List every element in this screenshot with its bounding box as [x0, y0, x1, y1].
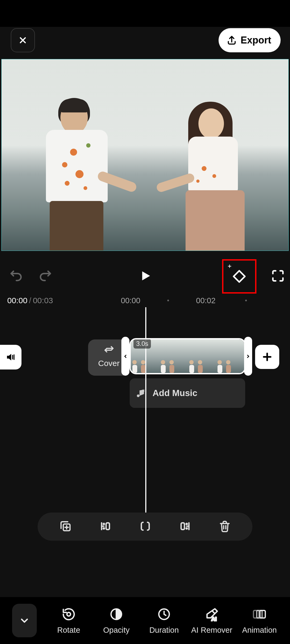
add-music-button[interactable]: Add Music [130, 378, 245, 408]
svg-point-5 [186, 523, 187, 524]
animation-tool[interactable]: Animation [235, 606, 283, 635]
redo-button[interactable] [38, 269, 52, 284]
total-time: 00:03 [33, 296, 53, 305]
export-icon [227, 35, 237, 45]
preview-figure [186, 102, 253, 251]
ruler-dot: • [167, 297, 169, 304]
tool-label: AI Remover [191, 626, 232, 635]
svg-point-6 [186, 528, 187, 529]
redo-icon [38, 269, 52, 283]
add-keyframe-button[interactable] [222, 259, 256, 294]
play-icon [138, 269, 152, 283]
chevron-right-icon [246, 352, 251, 360]
svg-point-7 [67, 612, 71, 616]
svg-rect-4 [181, 523, 185, 529]
clock-icon [157, 607, 171, 621]
split-left-button[interactable] [99, 519, 112, 534]
split-button[interactable] [139, 519, 152, 534]
video-preview[interactable] [1, 59, 289, 251]
tool-bar: Rotate Opacity Duration AI AI Remover An… [0, 597, 290, 644]
duplicate-button[interactable] [59, 519, 72, 534]
export-label: Export [241, 35, 271, 46]
export-button[interactable]: Export [219, 28, 281, 52]
preview-figure [46, 99, 116, 251]
undo-icon [9, 269, 23, 283]
opacity-tool[interactable]: Opacity [93, 606, 140, 635]
svg-text:AI: AI [211, 616, 216, 621]
close-button[interactable] [11, 28, 35, 52]
split-right-icon [178, 519, 192, 533]
collapse-button[interactable] [12, 604, 37, 637]
current-time: 00:00 [7, 296, 27, 305]
clip-trim-left[interactable] [121, 337, 129, 376]
time-display: 00:00 / 00:03 00:00 • 00:02 • [0, 294, 290, 307]
swap-icon [104, 345, 114, 356]
undo-button[interactable] [9, 269, 23, 284]
ai-remover-tool[interactable]: AI AI Remover [188, 606, 236, 635]
clip-trim-right[interactable] [244, 337, 252, 376]
tool-label: Animation [242, 626, 277, 635]
cover-label: Cover [98, 359, 119, 368]
clip-tools-bar [38, 513, 252, 541]
duplicate-icon [59, 519, 72, 533]
tool-label: Opacity [103, 626, 129, 635]
status-bar [0, 0, 290, 27]
opacity-icon [109, 607, 123, 621]
timeline[interactable]: Cover 3.0s [0, 307, 290, 541]
add-clip-button[interactable] [255, 345, 279, 369]
video-clip[interactable]: 3.0s [129, 338, 246, 374]
play-button[interactable] [138, 269, 152, 284]
close-icon [18, 35, 28, 45]
clip-duration-badge: 3.0s [133, 339, 151, 349]
chevron-left-icon [123, 352, 128, 360]
fullscreen-icon [271, 269, 285, 283]
trash-icon [218, 520, 231, 533]
rotate-icon [61, 607, 76, 621]
ruler-tick: 00:02 [196, 296, 216, 305]
ruler-dot: • [245, 297, 247, 304]
tool-label: Rotate [57, 626, 80, 635]
add-music-label: Add Music [153, 388, 197, 398]
ruler-tick: 00:00 [121, 296, 140, 305]
svg-rect-1 [106, 523, 110, 529]
split-left-icon [99, 519, 112, 533]
rotate-tool[interactable]: Rotate [45, 606, 93, 635]
playback-controls [0, 251, 290, 294]
music-icon [135, 388, 146, 398]
fullscreen-button[interactable] [271, 269, 285, 284]
eraser-icon: AI [205, 607, 219, 621]
video-editor: Export [0, 27, 290, 644]
animation-icon [252, 607, 267, 621]
delete-button[interactable] [218, 520, 231, 534]
keyframe-icon [232, 269, 247, 284]
time-separator: / [29, 296, 31, 305]
top-bar: Export [0, 27, 290, 54]
svg-point-3 [103, 528, 104, 529]
chevron-down-icon [19, 615, 30, 626]
split-icon [139, 519, 152, 533]
split-right-button[interactable] [178, 519, 192, 534]
svg-point-2 [103, 523, 104, 524]
speaker-icon [5, 352, 16, 363]
tool-label: Duration [149, 626, 179, 635]
duration-tool[interactable]: Duration [140, 606, 188, 635]
plus-icon [261, 351, 273, 363]
plus-icon [227, 264, 232, 269]
sound-toggle-button[interactable] [0, 345, 21, 369]
